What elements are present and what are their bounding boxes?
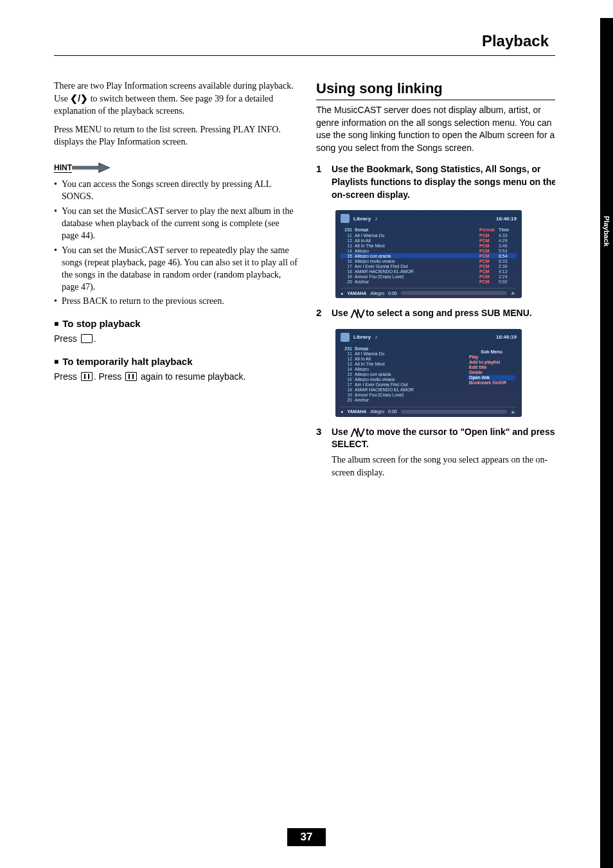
osd-submenu: Sub Menu PlayAdd to playlistEdit titleDe… [468, 350, 515, 385]
step-1: 1 Use the Bookmark, Song Statistics, All… [316, 163, 560, 201]
speaker-icon: 🔈 [511, 290, 517, 296]
step-number: 1 [316, 163, 325, 201]
osd-logo-icon [341, 214, 350, 223]
osd-head-time: Time [499, 227, 517, 232]
osd-song-row: 19Amour Fou [Crazy Love] [341, 393, 517, 398]
step3-sub: The album screen for the song you select… [332, 454, 560, 479]
up-down-arrows-icon: ⋀/⋁ [351, 308, 364, 318]
osd-footer: ●YAMAHA Allegro 0:00 🔈 [341, 288, 517, 296]
osd-footer-time: 0:00 [388, 409, 397, 414]
osd-footer-brand: YAMAHA [347, 291, 366, 296]
osd-song-row: 12All In AllPCM4:29 [341, 238, 517, 243]
stop-playback-instruction: Press . [54, 333, 298, 346]
submenu-item: Open link [468, 375, 515, 380]
page-header: Playback [54, 32, 574, 56]
osd-head-songs: Songs [355, 227, 479, 232]
step-3: 3 Use ⋀/⋁ to move the cursor to "Open li… [316, 426, 560, 479]
intro-paragraph-2: Press MENU to return to the list screen.… [54, 124, 298, 148]
hint-label: HINT [54, 162, 298, 173]
hints-list: You can access the Songs screen directly… [54, 179, 298, 308]
chapter-tab: Playback [600, 202, 613, 260]
submenu-item: Play [468, 355, 515, 360]
subhead-halt-playback: ■To temporarily halt playback [54, 356, 298, 367]
submenu-item: Delete [468, 370, 515, 375]
step2-text-b: to select a song and press SUB MENU. [363, 308, 531, 318]
osd-breadcrumb: Library [353, 334, 371, 340]
halt-playback-instruction: Press . Press again to resume playback. [54, 371, 298, 384]
osd-footer-track: Allegro [370, 291, 384, 296]
step-number: 2 [316, 307, 325, 320]
hint-item: Press BACK to return to the previous scr… [54, 296, 298, 308]
osd-song-row: 17Am I Ever Gonna Find OutPCM2:38 [341, 263, 517, 269]
stop-text-b: . [94, 333, 96, 344]
osd-breadcrumb: Library [353, 216, 371, 222]
osd-song-row: 13All In The MindPCM3:46 [341, 243, 517, 248]
step-number: 3 [316, 426, 325, 479]
stop-button-icon [81, 334, 93, 343]
halt-text-a: Press [54, 371, 80, 382]
osd-screenshot-2: Library♪ 16:46:19 231 Songs 11All I Wann… [335, 329, 522, 417]
hint-item: You can set the MusicCAST server to repe… [54, 245, 298, 294]
osd-song-row: 15Allegro con graziaPCM8:54 [341, 253, 517, 258]
osd-count: 231 [341, 227, 355, 232]
hint-item: You can set the MusicCAST server to play… [54, 206, 298, 242]
osd-song-row: 18AMAR HACIENDO EL AMORPCM4:12 [341, 269, 517, 274]
black-square-icon: ■ [54, 357, 58, 366]
note-icon: ♪ [375, 216, 377, 222]
step2-text-a: Use [332, 308, 351, 318]
subhead-stop-text: To stop playback [62, 318, 140, 329]
osd-song-row: 14AllegroPCM5:52 [341, 248, 517, 253]
left-right-arrows-icon: ❮/❯ [70, 93, 88, 103]
note-icon: ♪ [375, 334, 377, 340]
step-text: Use ⋀/⋁ to move the cursor to "Open link… [332, 426, 560, 479]
osd-footer-time: 0:00 [388, 291, 397, 296]
osd-count: 231 [341, 346, 355, 351]
submenu-item: Bookmark On/Off [468, 380, 515, 385]
step-text: Use ⋀/⋁ to select a song and press SUB M… [332, 307, 560, 320]
step3-text-a: Use [332, 427, 351, 437]
osd-song-row: 19Amour Fou [Crazy Love]PCM2:24 [341, 274, 517, 279]
halt-text-b: . Press [94, 371, 124, 382]
step-text: Use the Bookmark, Song Statistics, All S… [332, 163, 560, 201]
black-square-icon: ■ [54, 319, 58, 328]
osd-progress-bar [401, 410, 507, 414]
section-title: Using song linking [316, 80, 560, 100]
osd-footer: ●YAMAHA Allegro 0:00 🔈 [341, 407, 517, 414]
osd-footer-brand: YAMAHA [347, 409, 366, 414]
osd-logo-icon [341, 333, 350, 342]
pause-button-icon [81, 372, 93, 381]
osd-song-row: 16Allegro molto vivacePCM8:33 [341, 258, 517, 263]
hint-label-text: HINT [54, 163, 72, 173]
page-number: 37 [287, 828, 326, 846]
halt-text-c: again to resume playback. [138, 371, 245, 382]
intro-paragraph-1: There are two Play Information screens a… [54, 80, 298, 118]
osd-song-row: 20AnchorPCM5:02 [341, 279, 517, 284]
submenu-head: Sub Menu [468, 350, 515, 355]
hint-item: You can access the Songs screen directly… [54, 179, 298, 203]
section-intro: The MusicCAST server does not display al… [316, 104, 560, 154]
osd-column-headers: 231 Songs Format Time [341, 227, 517, 233]
subhead-halt-text: To temporarily halt playback [62, 356, 192, 367]
step3-text-b: to move the cursor to "Open link" and pr… [332, 427, 555, 450]
osd-screenshot-1: Library♪ 16:46:19 231 Songs Format Time … [335, 210, 522, 298]
submenu-item: Add to playlist [468, 360, 515, 365]
osd-clock: 16:46:19 [496, 216, 517, 222]
up-down-arrows-icon: ⋀/⋁ [351, 427, 364, 437]
hint-arrow-icon [72, 162, 111, 173]
stop-text-a: Press [54, 333, 80, 344]
osd-head-songs: Songs [355, 346, 479, 351]
osd-head-format: Format [479, 227, 499, 232]
osd-song-row: 18AMAR HACIENDO EL AMOR [341, 387, 517, 393]
speaker-icon: 🔈 [511, 409, 517, 414]
step-2: 2 Use ⋀/⋁ to select a song and press SUB… [316, 307, 560, 320]
submenu-item: Edit title [468, 365, 515, 370]
osd-clock: 16:46:19 [496, 334, 517, 340]
osd-song-row: 11All I Wanna DoPCM4:33 [341, 233, 517, 238]
osd-footer-track: Allegro [370, 409, 384, 414]
osd-song-row: 20Anchor [341, 398, 517, 403]
pause-button-icon [125, 372, 137, 381]
subhead-stop-playback: ■To stop playback [54, 318, 298, 329]
osd-progress-bar [401, 291, 507, 295]
